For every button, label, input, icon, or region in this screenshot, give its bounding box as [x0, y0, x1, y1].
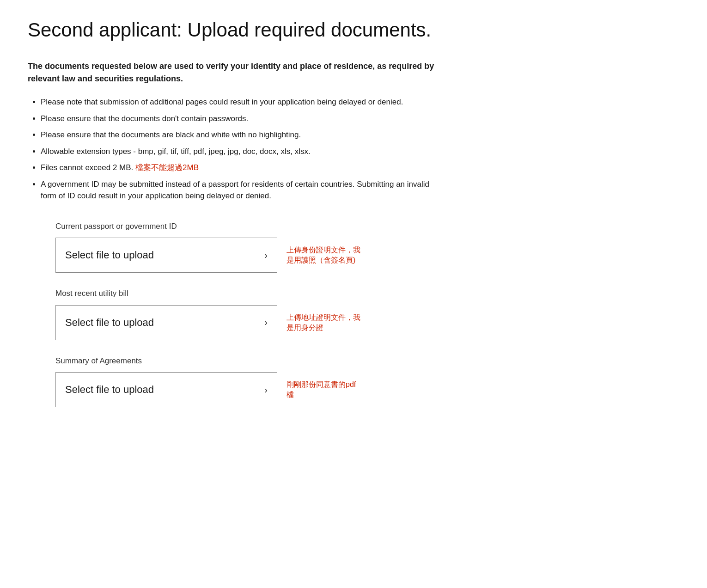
- upload-group-utility: Most recent utility bill Select file to …: [55, 288, 679, 340]
- upload-button-utility-text: Select file to upload: [65, 317, 154, 329]
- file-size-warning-chinese: 檔案不能超過2MB: [135, 163, 199, 172]
- bullet-4: Allowable extension types - bmp, gif, ti…: [41, 146, 444, 158]
- upload-button-agreements-text: Select file to upload: [65, 384, 154, 396]
- upload-row-utility: Select file to upload › 上傳地址證明文件，我是用身分證: [55, 305, 679, 340]
- intro-text: The documents requested below are used t…: [28, 60, 444, 85]
- upload-button-utility[interactable]: Select file to upload ›: [55, 305, 277, 340]
- upload-button-passport-text: Select file to upload: [65, 249, 154, 261]
- upload-row-agreements: Select file to upload › 剛剛那份同意書的pdf檔: [55, 372, 679, 407]
- upload-label-passport: Current passport or government ID: [55, 220, 679, 233]
- upload-annotation-passport: 上傳身份證明文件，我是用護照（含簽名頁): [286, 245, 360, 266]
- upload-label-utility: Most recent utility bill: [55, 288, 679, 300]
- bullet-6: A government ID may be submitted instead…: [41, 178, 444, 202]
- upload-button-agreements[interactable]: Select file to upload ›: [55, 372, 277, 407]
- upload-annotation-utility: 上傳地址證明文件，我是用身分證: [286, 312, 360, 333]
- chevron-right-icon: ›: [264, 250, 268, 261]
- page-title: Second applicant: Upload required docume…: [28, 18, 679, 42]
- upload-group-agreements: Summary of Agreements Select file to upl…: [55, 355, 679, 408]
- bullet-1: Please note that submission of additiona…: [41, 96, 444, 108]
- bullet-3: Please ensure that the documents are bla…: [41, 129, 444, 141]
- bullet-5: Files cannot exceed 2 MB. 檔案不能超過2MB: [41, 162, 444, 174]
- upload-annotation-agreements: 剛剛那份同意書的pdf檔: [286, 380, 360, 400]
- instructions-list: Please note that submission of additiona…: [28, 96, 444, 202]
- chevron-right-icon-3: ›: [264, 385, 268, 395]
- upload-button-passport[interactable]: Select file to upload ›: [55, 238, 277, 273]
- bullet-2: Please ensure that the documents don't c…: [41, 113, 444, 125]
- chevron-right-icon-2: ›: [264, 317, 268, 328]
- upload-group-passport: Current passport or government ID Select…: [55, 220, 679, 273]
- upload-label-agreements: Summary of Agreements: [55, 355, 679, 367]
- upload-section: Current passport or government ID Select…: [55, 220, 679, 408]
- upload-row-passport: Select file to upload › 上傳身份證明文件，我是用護照（含…: [55, 238, 679, 273]
